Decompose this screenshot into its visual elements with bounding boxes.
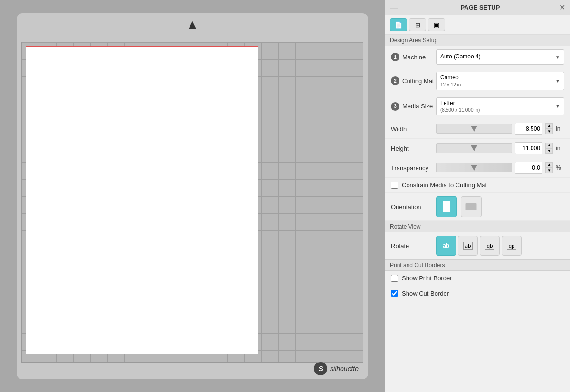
- show-cut-border-row: Show Cut Border: [385, 286, 570, 301]
- height-spinner: ▲ ▼: [545, 143, 553, 154]
- constrain-label: Constrain Media to Cutting Mat: [402, 182, 487, 189]
- white-page: [26, 46, 258, 354]
- cutting-mat-control: Cameo 12 x 12 in ▼: [436, 72, 564, 90]
- machine-dropdown-arrow: ▼: [555, 55, 560, 60]
- media-size-number: 3: [391, 102, 399, 111]
- width-spin-up[interactable]: ▲: [545, 123, 553, 129]
- height-label: Height: [391, 145, 436, 152]
- rotate-view-section-header: Rotate View: [385, 221, 570, 232]
- transparency-spinner: ▲ ▼: [545, 162, 553, 173]
- media-size-row: 3 Media Size Letter (8.500 x 11.000 in) …: [385, 94, 570, 120]
- width-spinner: ▲ ▼: [545, 123, 553, 134]
- show-cut-border-checkbox[interactable]: [391, 290, 398, 297]
- design-area-section-header: Design Area Setup: [385, 35, 570, 46]
- width-unit: in: [556, 125, 564, 132]
- machine-dropdown[interactable]: Auto (Cameo 4) ▼: [436, 49, 564, 65]
- show-print-border-checkbox[interactable]: [391, 275, 398, 282]
- tab-grid[interactable]: ⊞: [409, 18, 426, 31]
- panel-minimize[interactable]: —: [390, 4, 398, 11]
- cutting-mat-value: Cameo 12 x 12 in: [440, 74, 553, 88]
- panel-close-button[interactable]: ✕: [559, 4, 565, 11]
- height-unit: in: [556, 145, 564, 152]
- rotate-flip-v-button[interactable]: qb: [480, 236, 500, 256]
- width-spin-down[interactable]: ▼: [545, 129, 553, 134]
- machine-label: 1 Machine: [391, 53, 436, 61]
- rotate-flip-h-icon: ab: [463, 242, 472, 250]
- rotate-group: ab ab qb qp: [436, 236, 522, 256]
- page-setup-panel: — PAGE SETUP ✕ 📄 ⊞ ▣ Design Area Setup 1…: [385, 0, 570, 392]
- logo-text: silhouette: [330, 365, 359, 373]
- transparency-spin-down[interactable]: ▼: [545, 168, 553, 173]
- rotate-control: ab ab qb qp: [436, 236, 564, 256]
- media-size-dropdown-arrow: ▼: [555, 104, 560, 109]
- rotate-normal-button[interactable]: ab: [436, 236, 456, 256]
- orientation-landscape-button[interactable]: [461, 196, 482, 217]
- transparency-slider-handle: [471, 165, 477, 171]
- media-size-label: 3 Media Size: [391, 102, 436, 111]
- orientation-label: Orientation: [391, 203, 436, 210]
- height-spin-up[interactable]: ▲: [545, 143, 553, 148]
- cutting-mat-number: 2: [391, 76, 399, 85]
- svg-rect-0: [443, 201, 450, 212]
- form-content: Design Area Setup 1 Machine Auto (Cameo …: [385, 35, 570, 392]
- transparency-slider[interactable]: [436, 163, 512, 172]
- height-slider[interactable]: [436, 143, 512, 153]
- mat-arrow: ▲: [186, 17, 199, 32]
- media-size-control: Letter (8.500 x 11.000 in) ▼: [436, 97, 564, 116]
- transparency-label: Transparency: [391, 164, 436, 172]
- logo-icon: S: [314, 362, 327, 375]
- machine-number: 1: [391, 53, 399, 61]
- width-slider-handle: [471, 126, 477, 132]
- orientation-control: [436, 196, 564, 217]
- cutting-mat-dropdown[interactable]: Cameo 12 x 12 in ▼: [436, 72, 564, 90]
- panel-header: — PAGE SETUP ✕: [385, 0, 570, 15]
- height-spin-down[interactable]: ▼: [545, 148, 553, 154]
- constrain-row: Constrain Media to Cutting Mat: [385, 178, 570, 193]
- rotate-normal-icon: ab: [443, 242, 449, 249]
- panel-title: PAGE SETUP: [401, 4, 559, 11]
- print-cut-section-header: Print and Cut Borders: [385, 259, 570, 271]
- machine-row: 1 Machine Auto (Cameo 4) ▼: [385, 46, 570, 68]
- landscape-icon: [466, 202, 477, 211]
- height-input[interactable]: [515, 142, 542, 154]
- transparency-row: Transparency ▲ ▼ %: [385, 158, 570, 178]
- rotate-row: Rotate ab ab qb qp: [385, 232, 570, 259]
- show-print-border-row: Show Print Border: [385, 271, 570, 286]
- width-input[interactable]: [515, 123, 542, 135]
- height-slider-handle: [471, 145, 477, 151]
- silhouette-logo: S silhouette: [314, 362, 359, 375]
- machine-control: Auto (Cameo 4) ▼: [436, 49, 564, 65]
- transparency-spin-up[interactable]: ▲: [545, 162, 553, 168]
- rotate-180-icon: qp: [507, 242, 516, 250]
- width-control: ▲ ▼ in: [436, 123, 564, 135]
- show-print-border-label: Show Print Border: [402, 275, 452, 282]
- orientation-portrait-button[interactable]: [436, 196, 457, 217]
- rotate-label: Rotate: [391, 242, 436, 249]
- width-row: Width ▲ ▼ in: [385, 119, 570, 139]
- portrait-icon: [442, 201, 451, 212]
- constrain-checkbox[interactable]: [391, 182, 398, 189]
- tab-bar: 📄 ⊞ ▣: [385, 15, 570, 35]
- show-cut-border-label: Show Cut Border: [402, 290, 449, 297]
- rotate-flip-v-icon: qb: [485, 242, 494, 250]
- mat-grid: [21, 42, 363, 363]
- transparency-input[interactable]: [515, 162, 542, 174]
- height-control: ▲ ▼ in: [436, 142, 564, 154]
- cutting-mat-label: 2 Cutting Mat: [391, 76, 436, 85]
- height-row: Height ▲ ▼ in: [385, 139, 570, 158]
- tab-image[interactable]: ▣: [428, 18, 445, 31]
- canvas-area: ▲ S silhouette: [0, 0, 385, 392]
- transparency-unit: %: [556, 164, 564, 171]
- rotate-flip-h-button[interactable]: ab: [458, 236, 478, 256]
- rotate-180-button[interactable]: qp: [502, 236, 522, 256]
- width-slider[interactable]: [436, 124, 512, 134]
- transparency-control: ▲ ▼ %: [436, 162, 564, 174]
- cutting-mat-dropdown-arrow: ▼: [555, 78, 560, 84]
- orientation-row: Orientation: [385, 193, 570, 221]
- media-size-dropdown[interactable]: Letter (8.500 x 11.000 in) ▼: [436, 97, 564, 116]
- tab-page[interactable]: 📄: [390, 18, 407, 31]
- cutting-mat-row: 2 Cutting Mat Cameo 12 x 12 in ▼: [385, 68, 570, 94]
- width-label: Width: [391, 125, 436, 133]
- machine-value: Auto (Cameo 4): [440, 53, 553, 61]
- cutting-mat: ▲ S silhouette: [17, 13, 368, 379]
